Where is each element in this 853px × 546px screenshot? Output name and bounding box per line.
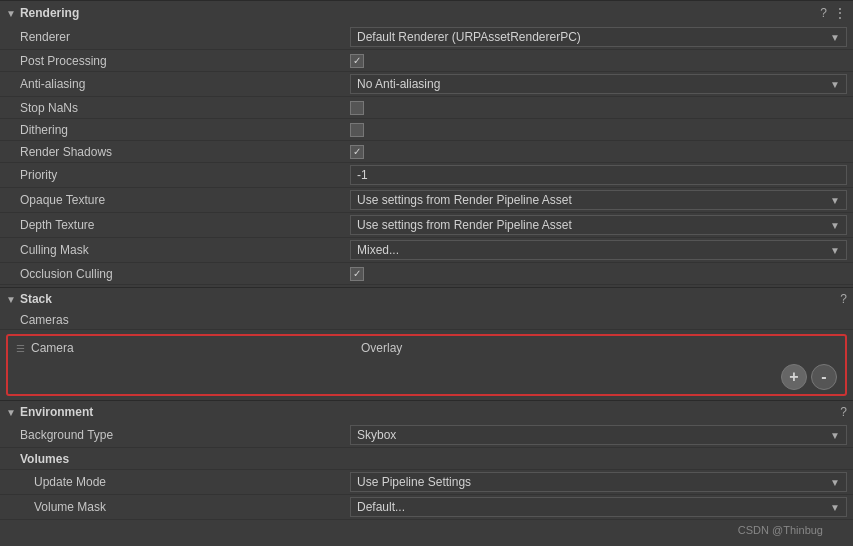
background-type-dropdown[interactable]: Skybox ▼ [350,425,847,445]
volume-mask-row: Volume Mask Default... ▼ [0,495,853,520]
priority-row: Priority [0,163,853,188]
priority-input[interactable] [350,165,847,185]
dithering-checkbox[interactable] [350,123,364,137]
depth-texture-label: Depth Texture [20,218,350,232]
opaque-texture-label: Opaque Texture [20,193,350,207]
environment-section-title: Environment [20,405,93,419]
cameras-row: Cameras [0,310,853,330]
rendering-help-icon[interactable]: ? [820,6,827,20]
update-mode-label: Update Mode [20,475,350,489]
camera-item-buttons: + - [8,360,845,394]
remove-camera-button[interactable]: - [811,364,837,390]
depth-texture-row: Depth Texture Use settings from Render P… [0,213,853,238]
rendering-section-title: Rendering [20,6,79,20]
culling-mask-row: Culling Mask Mixed... ▼ [0,238,853,263]
watermark-text: CSDN @Thinbug [738,524,823,536]
stack-help-icon[interactable]: ? [840,292,847,306]
stop-nans-label: Stop NaNs [20,101,350,115]
culling-mask-arrow: ▼ [830,245,840,256]
environment-collapse-icon[interactable]: ▼ [6,407,16,418]
anti-aliasing-dropdown-arrow: ▼ [830,79,840,90]
volume-mask-arrow: ▼ [830,502,840,513]
depth-texture-dropdown[interactable]: Use settings from Render Pipeline Asset … [350,215,847,235]
volume-mask-label: Volume Mask [20,500,350,514]
dithering-row: Dithering [0,119,853,141]
volume-mask-dropdown[interactable]: Default... ▼ [350,497,847,517]
post-processing-label: Post Processing [20,54,350,68]
post-processing-checkbox[interactable] [350,54,364,68]
occlusion-culling-checkbox[interactable] [350,267,364,281]
render-shadows-label: Render Shadows [20,145,350,159]
renderer-value[interactable]: Default Renderer (URPAssetRendererPC) ▼ [350,27,847,47]
environment-help-icon[interactable]: ? [840,405,847,419]
opaque-texture-arrow: ▼ [830,195,840,206]
camera-item: ☰ Camera Overlay + - [6,334,847,396]
renderer-dropdown[interactable]: Default Renderer (URPAssetRendererPC) ▼ [350,27,847,47]
render-shadows-row: Render Shadows [0,141,853,163]
stack-section-header: ▼ Stack ? [0,287,853,310]
background-type-label: Background Type [20,428,350,442]
environment-section-header: ▼ Environment ? [0,400,853,423]
update-mode-row: Update Mode Use Pipeline Settings ▼ [0,470,853,495]
stop-nans-row: Stop NaNs [0,97,853,119]
volumes-label: Volumes [20,452,350,466]
anti-aliasing-dropdown[interactable]: No Anti-aliasing ▼ [350,74,847,94]
camera-item-row: ☰ Camera Overlay [8,336,845,360]
drag-handle-icon[interactable]: ☰ [16,343,25,354]
dithering-label: Dithering [20,123,350,137]
culling-mask-dropdown[interactable]: Mixed... ▼ [350,240,847,260]
camera-item-value: Overlay [361,341,837,355]
priority-label: Priority [20,168,350,182]
post-processing-row: Post Processing [0,50,853,72]
rendering-collapse-icon[interactable]: ▼ [6,8,16,19]
update-mode-arrow: ▼ [830,477,840,488]
camera-item-label: Camera [31,341,361,355]
renderer-row: Renderer Default Renderer (URPAssetRende… [0,25,853,50]
occlusion-culling-row: Occlusion Culling [0,263,853,285]
opaque-texture-row: Opaque Texture Use settings from Render … [0,188,853,213]
culling-mask-label: Culling Mask [20,243,350,257]
renderer-label: Renderer [20,30,350,44]
update-mode-dropdown[interactable]: Use Pipeline Settings ▼ [350,472,847,492]
render-shadows-checkbox[interactable] [350,145,364,159]
anti-aliasing-label: Anti-aliasing [20,77,350,91]
add-camera-button[interactable]: + [781,364,807,390]
stack-section-title: Stack [20,292,52,306]
anti-aliasing-row: Anti-aliasing No Anti-aliasing ▼ [0,72,853,97]
stack-collapse-icon[interactable]: ▼ [6,294,16,305]
opaque-texture-dropdown[interactable]: Use settings from Render Pipeline Asset … [350,190,847,210]
background-type-row: Background Type Skybox ▼ [0,423,853,448]
occlusion-culling-label: Occlusion Culling [20,267,350,281]
rendering-menu-icon[interactable]: ⋮ [833,5,847,21]
cameras-label: Cameras [20,313,69,327]
background-type-arrow: ▼ [830,430,840,441]
depth-texture-arrow: ▼ [830,220,840,231]
stop-nans-checkbox[interactable] [350,101,364,115]
rendering-section-header: ▼ Rendering ? ⋮ [0,0,853,25]
renderer-dropdown-arrow: ▼ [830,32,840,43]
volumes-row: Volumes [0,448,853,470]
